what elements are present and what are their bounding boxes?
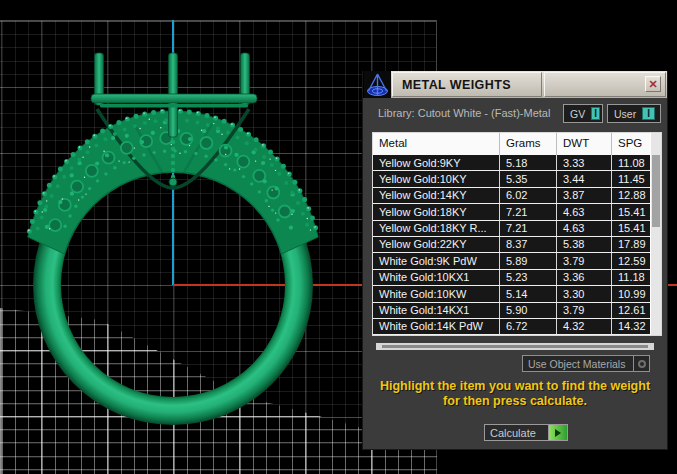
table-cell: 5.14 (500, 286, 557, 301)
gallery-rail-lower (100, 104, 248, 108)
table-row[interactable]: White Gold:14KX15.903.7912.61 (373, 303, 661, 319)
metal-weights-dialog: METAL WEIGHTS ✕ Library: Cutout White - … (362, 71, 668, 450)
table-cell: 6.02 (500, 188, 557, 203)
titlebar-segment: METAL WEIGHTS (392, 72, 542, 97)
instruction-line-1: Highlight the item you want to find the … (363, 379, 667, 394)
gv-button[interactable]: GV I (563, 104, 603, 123)
table-cell: 3.79 (557, 303, 612, 318)
library-row: Library: Cutout White - (Fast)-Metal GV … (363, 103, 667, 125)
library-label: Library: Cutout White - (Fast)-Metal (378, 107, 550, 119)
table-cell: 5.90 (500, 303, 557, 318)
table-row[interactable]: Yellow Gold:18KY7.214.6315.41 (373, 204, 661, 220)
table-row[interactable]: White Gold:14K PdW6.724.3214.32 (373, 319, 661, 335)
table-cell: 5.18 (500, 155, 557, 170)
table-cell: 4.32 (557, 319, 612, 334)
user-indicator-icon: I (642, 107, 655, 120)
table-cell: 5.23 (500, 270, 557, 285)
table-cell: 3.36 (557, 270, 612, 285)
table-cell: 3.44 (557, 171, 612, 186)
table-cell: 5.35 (500, 171, 557, 186)
table-row[interactable]: Yellow Gold:10KY5.353.4411.45 (373, 171, 661, 187)
column-header[interactable]: DWT (557, 133, 612, 155)
dialog-title: METAL WEIGHTS (402, 78, 511, 92)
table-cell: 4.63 (557, 221, 612, 236)
table-cell: 4.63 (557, 204, 612, 219)
table-horizontal-scrollbar[interactable] (376, 343, 654, 350)
table-cell: 7.21 (500, 204, 557, 219)
metal-table-body: Yellow Gold:9KY5.183.3311.08Yellow Gold:… (373, 155, 661, 335)
table-cell: 3.79 (557, 253, 612, 268)
table-cell: 3.87 (557, 188, 612, 203)
materials-dropdown-value: Use Object Materials (523, 358, 633, 370)
table-cell: 5.38 (557, 237, 612, 252)
ring-model[interactable] (0, 0, 360, 474)
column-header[interactable]: Metal (373, 133, 500, 155)
dropdown-circle-icon (633, 356, 649, 371)
dialog-titlebar[interactable]: METAL WEIGHTS ✕ (363, 71, 667, 98)
table-cell: 5.89 (500, 253, 557, 268)
table-vertical-scrollbar[interactable] (650, 133, 661, 335)
instruction-text: Highlight the item you want to find the … (363, 379, 667, 409)
table-row[interactable]: White Gold:10KW5.143.3010.99 (373, 286, 661, 302)
metal-weights-icon (364, 71, 391, 98)
calculate-button[interactable]: Calculate (484, 424, 568, 441)
table-cell: Yellow Gold:9KY (373, 155, 500, 170)
table-cell: White Gold:14KX1 (373, 303, 500, 318)
table-row[interactable]: Yellow Gold:22KY8.375.3817.89 (373, 237, 661, 253)
gv-button-label: GV (570, 108, 585, 120)
table-row[interactable]: Yellow Gold:9KY5.183.3311.08 (373, 155, 661, 171)
gallery-rail (91, 94, 257, 103)
table-cell: White Gold:14K PdW (373, 319, 500, 334)
table-row[interactable]: Yellow Gold:14KY6.023.8712.88 (373, 188, 661, 204)
table-cell: 8.37 (500, 237, 557, 252)
titlebar-panel: METAL WEIGHTS (391, 71, 667, 98)
table-cell: Yellow Gold:10KY (373, 171, 500, 186)
table-cell: Yellow Gold:14KY (373, 188, 500, 203)
table-cell: Yellow Gold:22KY (373, 237, 500, 252)
gv-indicator-icon: I (591, 107, 600, 120)
table-cell: 3.30 (557, 286, 612, 301)
table-cell: Yellow Gold:18KY (373, 204, 500, 219)
table-row[interactable]: White Gold:9K PdW5.893.7912.59 (373, 253, 661, 269)
calculate-arrow-icon (548, 425, 567, 440)
close-button[interactable]: ✕ (645, 76, 661, 92)
instruction-line-2: for then press calculate. (363, 394, 667, 409)
viewport[interactable]: METAL WEIGHTS ✕ Library: Cutout White - … (0, 0, 677, 474)
horizontal-scrollbar-thumb[interactable] (382, 345, 648, 348)
table-cell: Yellow Gold:18KY R... (373, 221, 500, 236)
vertical-scrollbar-thumb[interactable] (652, 155, 660, 227)
table-cell: 6.72 (500, 319, 557, 334)
table-cell: 3.33 (557, 155, 612, 170)
table-cell: 7.21 (500, 221, 557, 236)
user-button[interactable]: User I (607, 104, 661, 123)
table-row[interactable]: Yellow Gold:18KY R...7.214.6315.41 (373, 221, 661, 237)
metal-table: MetalGramsDWTSPG Yellow Gold:9KY5.183.33… (372, 132, 662, 336)
calculate-button-label: Calculate (485, 427, 548, 439)
user-button-label: User (614, 108, 636, 120)
materials-dropdown[interactable]: Use Object Materials (522, 355, 650, 372)
table-cell: White Gold:10KX1 (373, 270, 500, 285)
metal-table-header: MetalGramsDWTSPG (373, 133, 661, 155)
table-cell: White Gold:10KW (373, 286, 500, 301)
table-cell: White Gold:9K PdW (373, 253, 500, 268)
close-icon: ✕ (648, 78, 657, 90)
column-header[interactable]: Grams (500, 133, 557, 155)
table-row[interactable]: White Gold:10KX15.233.3611.18 (373, 270, 661, 286)
